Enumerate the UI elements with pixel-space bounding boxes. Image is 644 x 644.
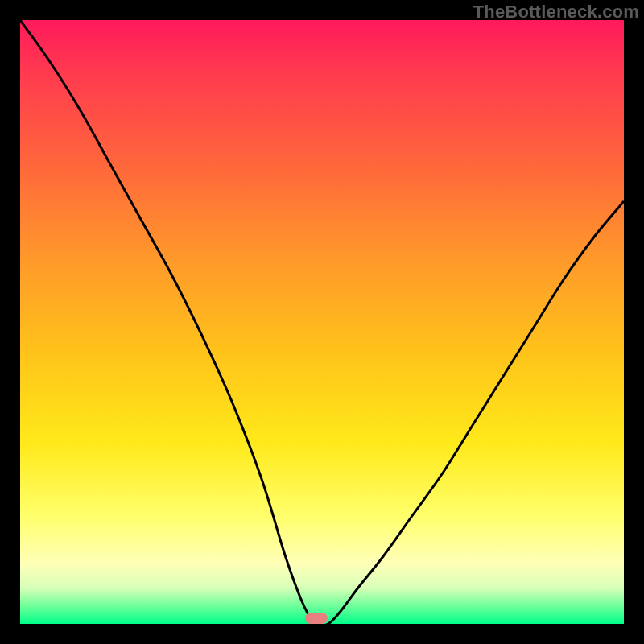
bottleneck-curve: [20, 20, 624, 624]
chart-frame: [20, 20, 624, 624]
optimal-point-marker: [305, 613, 328, 624]
curve-path: [20, 20, 624, 624]
